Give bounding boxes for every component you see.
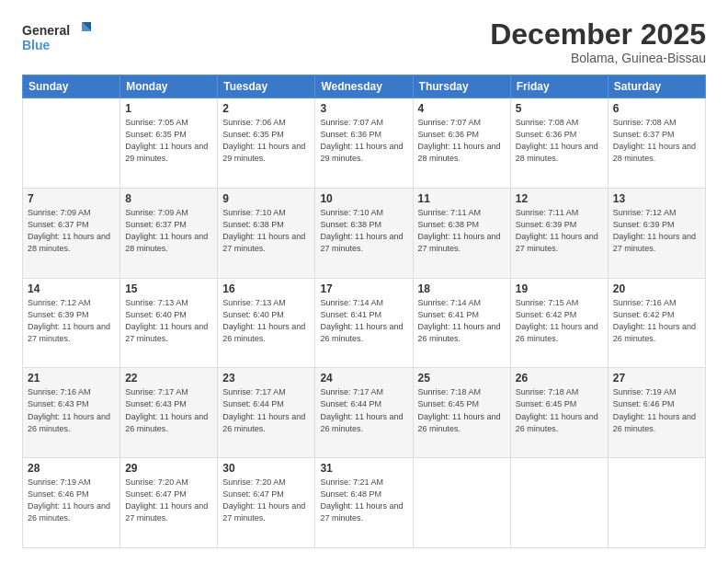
table-row: 10Sunrise: 7:10 AMSunset: 6:38 PMDayligh… [315,188,413,278]
table-row: 16Sunrise: 7:13 AMSunset: 6:40 PMDayligh… [218,278,315,368]
week-row-2: 7Sunrise: 7:09 AMSunset: 6:37 PMDaylight… [23,188,706,278]
day-number: 22 [125,372,212,385]
day-info: Sunrise: 7:10 AMSunset: 6:38 PMDaylight:… [320,207,407,255]
day-info: Sunrise: 7:05 AMSunset: 6:35 PMDaylight:… [125,117,212,165]
table-row: 21Sunrise: 7:16 AMSunset: 6:43 PMDayligh… [23,368,120,458]
day-number: 31 [320,462,407,475]
table-row: 11Sunrise: 7:11 AMSunset: 6:38 PMDayligh… [413,188,510,278]
day-info: Sunrise: 7:09 AMSunset: 6:37 PMDaylight:… [28,207,115,255]
day-number: 17 [320,282,407,295]
day-info: Sunrise: 7:18 AMSunset: 6:45 PMDaylight:… [418,386,506,434]
day-info: Sunrise: 7:16 AMSunset: 6:42 PMDaylight:… [613,297,700,345]
day-info: Sunrise: 7:20 AMSunset: 6:47 PMDaylight:… [222,477,310,524]
day-info: Sunrise: 7:07 AMSunset: 6:36 PMDaylight:… [418,117,506,165]
day-number: 28 [28,462,115,475]
table-row: 6Sunrise: 7:08 AMSunset: 6:37 PMDaylight… [608,98,705,189]
table-row: 19Sunrise: 7:15 AMSunset: 6:42 PMDayligh… [510,278,608,368]
day-number: 24 [320,372,407,385]
day-info: Sunrise: 7:14 AMSunset: 6:41 PMDaylight:… [418,297,506,345]
day-info: Sunrise: 7:17 AMSunset: 6:44 PMDaylight:… [222,386,310,434]
day-info: Sunrise: 7:13 AMSunset: 6:40 PMDaylight:… [222,297,310,345]
table-row: 25Sunrise: 7:18 AMSunset: 6:45 PMDayligh… [413,368,510,458]
table-row: 20Sunrise: 7:16 AMSunset: 6:42 PMDayligh… [608,278,705,368]
table-row: 31Sunrise: 7:21 AMSunset: 6:48 PMDayligh… [315,458,413,548]
day-number: 19 [516,282,603,295]
location: Bolama, Guinea-Bissau [490,51,706,65]
table-row: 29Sunrise: 7:20 AMSunset: 6:47 PMDayligh… [120,458,218,548]
day-number: 13 [613,192,700,205]
day-number: 9 [222,192,310,205]
table-row [510,458,608,548]
day-number: 21 [28,372,115,385]
header-saturday: Saturday [608,75,705,98]
day-number: 30 [222,462,310,475]
day-info: Sunrise: 7:11 AMSunset: 6:39 PMDaylight:… [516,207,603,255]
svg-text:General: General [22,23,70,38]
week-row-1: 1Sunrise: 7:05 AMSunset: 6:35 PMDaylight… [23,98,706,189]
header: General Blue December 2025 Bolama, Guine… [22,18,706,65]
table-row: 30Sunrise: 7:20 AMSunset: 6:47 PMDayligh… [218,458,315,548]
week-row-5: 28Sunrise: 7:19 AMSunset: 6:46 PMDayligh… [23,458,706,548]
page: General Blue December 2025 Bolama, Guine… [0,0,728,563]
table-row: 28Sunrise: 7:19 AMSunset: 6:46 PMDayligh… [23,458,120,548]
table-row: 7Sunrise: 7:09 AMSunset: 6:37 PMDaylight… [23,188,120,278]
day-number: 15 [125,282,212,295]
table-row [608,458,705,548]
month-title: December 2025 [490,18,706,51]
table-row: 9Sunrise: 7:10 AMSunset: 6:38 PMDaylight… [218,188,315,278]
day-number: 2 [222,102,310,115]
title-block: December 2025 Bolama, Guinea-Bissau [490,18,706,65]
table-row: 1Sunrise: 7:05 AMSunset: 6:35 PMDaylight… [120,98,218,189]
table-row: 27Sunrise: 7:19 AMSunset: 6:46 PMDayligh… [608,368,705,458]
logo-svg: General Blue [22,18,96,55]
day-info: Sunrise: 7:10 AMSunset: 6:38 PMDaylight:… [222,207,310,255]
day-number: 14 [28,282,115,295]
day-number: 7 [28,192,115,205]
day-number: 3 [320,102,407,115]
table-row: 12Sunrise: 7:11 AMSunset: 6:39 PMDayligh… [510,188,608,278]
day-info: Sunrise: 7:20 AMSunset: 6:47 PMDaylight:… [125,477,212,524]
day-info: Sunrise: 7:16 AMSunset: 6:43 PMDaylight:… [28,386,115,434]
day-info: Sunrise: 7:21 AMSunset: 6:48 PMDaylight:… [320,477,407,524]
table-row: 2Sunrise: 7:06 AMSunset: 6:35 PMDaylight… [218,98,315,189]
header-sunday: Sunday [23,75,120,98]
day-number: 26 [516,372,603,385]
day-info: Sunrise: 7:08 AMSunset: 6:36 PMDaylight:… [516,117,603,165]
day-number: 29 [125,462,212,475]
header-wednesday: Wednesday [315,75,413,98]
table-row: 13Sunrise: 7:12 AMSunset: 6:39 PMDayligh… [608,188,705,278]
header-thursday: Thursday [413,75,510,98]
table-row: 4Sunrise: 7:07 AMSunset: 6:36 PMDaylight… [413,98,510,189]
day-info: Sunrise: 7:06 AMSunset: 6:35 PMDaylight:… [222,117,310,165]
table-row: 14Sunrise: 7:12 AMSunset: 6:39 PMDayligh… [23,278,120,368]
table-row: 23Sunrise: 7:17 AMSunset: 6:44 PMDayligh… [218,368,315,458]
day-info: Sunrise: 7:09 AMSunset: 6:37 PMDaylight:… [125,207,212,255]
calendar-table: Sunday Monday Tuesday Wednesday Thursday… [22,75,706,548]
day-number: 12 [516,192,603,205]
day-number: 1 [125,102,212,115]
header-tuesday: Tuesday [218,75,315,98]
day-number: 23 [222,372,310,385]
day-number: 8 [125,192,212,205]
weekday-header-row: Sunday Monday Tuesday Wednesday Thursday… [23,75,706,98]
day-number: 5 [516,102,603,115]
day-info: Sunrise: 7:18 AMSunset: 6:45 PMDaylight:… [516,386,603,434]
day-info: Sunrise: 7:17 AMSunset: 6:44 PMDaylight:… [320,386,407,434]
table-row [23,98,120,189]
day-info: Sunrise: 7:19 AMSunset: 6:46 PMDaylight:… [28,477,115,524]
table-row: 17Sunrise: 7:14 AMSunset: 6:41 PMDayligh… [315,278,413,368]
table-row: 18Sunrise: 7:14 AMSunset: 6:41 PMDayligh… [413,278,510,368]
table-row: 22Sunrise: 7:17 AMSunset: 6:43 PMDayligh… [120,368,218,458]
day-info: Sunrise: 7:13 AMSunset: 6:40 PMDaylight:… [125,297,212,345]
table-row: 3Sunrise: 7:07 AMSunset: 6:36 PMDaylight… [315,98,413,189]
day-number: 25 [418,372,506,385]
day-info: Sunrise: 7:12 AMSunset: 6:39 PMDaylight:… [613,207,700,255]
week-row-4: 21Sunrise: 7:16 AMSunset: 6:43 PMDayligh… [23,368,706,458]
day-info: Sunrise: 7:11 AMSunset: 6:38 PMDaylight:… [418,207,506,255]
day-info: Sunrise: 7:07 AMSunset: 6:36 PMDaylight:… [320,117,407,165]
header-monday: Monday [120,75,218,98]
header-friday: Friday [510,75,608,98]
day-number: 6 [613,102,700,115]
day-number: 11 [418,192,506,205]
week-row-3: 14Sunrise: 7:12 AMSunset: 6:39 PMDayligh… [23,278,706,368]
